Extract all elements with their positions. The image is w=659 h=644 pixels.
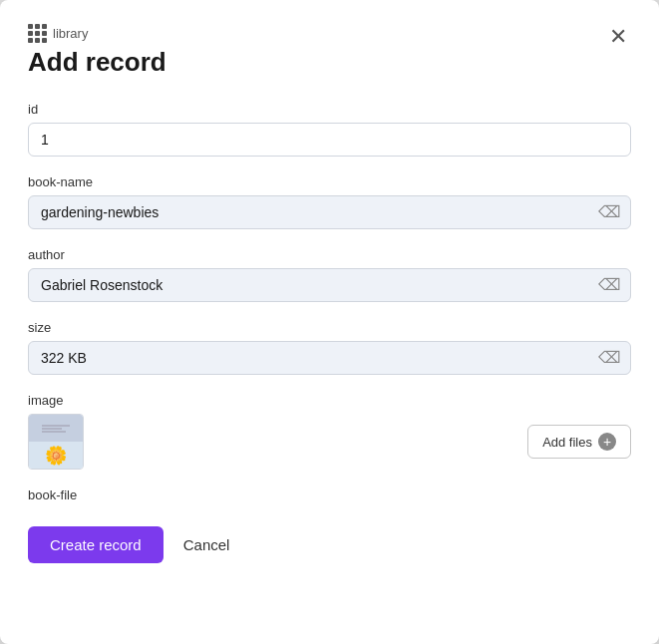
id-field-group: id [28, 102, 631, 157]
size-select-wrapper: 322 KB ⌫ [28, 341, 631, 375]
book-name-select-wrapper: gardening-newbies ⌫ [28, 195, 631, 229]
size-field-group: size 322 KB ⌫ [28, 320, 631, 375]
image-field-group: image 🌼 Add files + [28, 393, 631, 470]
thumb-flower: 🌼 [29, 442, 83, 469]
page-title: Add record [28, 47, 166, 78]
modal-header: library Add record ✕ [28, 24, 631, 78]
book-name-select[interactable]: gardening-newbies [28, 195, 631, 229]
book-file-label: book-file [28, 487, 631, 502]
author-select-wrapper: Gabriel Rosenstock ⌫ [28, 268, 631, 302]
add-files-plus-icon: + [598, 433, 616, 451]
book-name-field-group: book-name gardening-newbies ⌫ [28, 174, 631, 229]
size-label: size [28, 320, 631, 335]
id-input[interactable] [28, 123, 631, 157]
image-label: image [28, 393, 631, 408]
add-files-label: Add files [542, 435, 592, 450]
add-record-modal: library Add record ✕ id book-name garden… [0, 0, 659, 644]
size-clear-button[interactable]: ⌫ [598, 350, 621, 366]
breadcrumb-text: library [53, 26, 88, 41]
book-name-clear-button[interactable]: ⌫ [598, 204, 621, 220]
author-clear-button[interactable]: ⌫ [598, 277, 621, 293]
add-files-button[interactable]: Add files + [527, 425, 631, 459]
book-file-field-group: book-file [28, 487, 631, 502]
image-thumbnail: 🌼 [28, 414, 84, 470]
title-group: library Add record [28, 24, 166, 78]
image-area: 🌼 Add files + [28, 414, 631, 470]
grid-icon [28, 24, 47, 43]
close-button[interactable]: ✕ [605, 24, 631, 50]
cancel-button[interactable]: Cancel [177, 526, 236, 563]
author-select[interactable]: Gabriel Rosenstock [28, 268, 631, 302]
size-select[interactable]: 322 KB [28, 341, 631, 375]
book-name-label: book-name [28, 174, 631, 189]
author-label: author [28, 247, 631, 262]
id-label: id [28, 102, 631, 117]
breadcrumb: library [28, 24, 166, 43]
author-field-group: author Gabriel Rosenstock ⌫ [28, 247, 631, 302]
thumb-top [29, 415, 83, 442]
footer-buttons: Create record Cancel [28, 526, 631, 563]
create-record-button[interactable]: Create record [28, 526, 164, 563]
